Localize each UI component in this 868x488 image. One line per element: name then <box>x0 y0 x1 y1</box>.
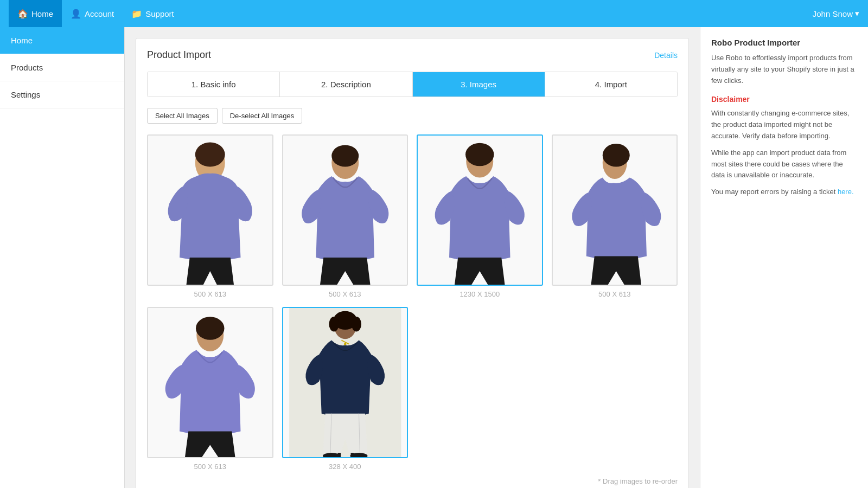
image-item-4[interactable]: 500 X 613 <box>552 134 678 298</box>
svg-point-18 <box>329 317 339 332</box>
right-panel-description: Use Robo to effortlessly import products… <box>711 53 857 86</box>
account-icon: 👤 <box>71 9 81 19</box>
disclaimer-text: With constantly changing e-commerce site… <box>711 108 857 198</box>
image-dim-3: 1230 X 1500 <box>459 290 500 298</box>
nav-support-label: Support <box>145 9 174 18</box>
details-link[interactable]: Details <box>654 51 678 60</box>
image-box-4 <box>552 134 678 286</box>
top-navigation: 🏠 Home 👤 Account 📁 Support John Snow ▾ <box>0 0 868 27</box>
image-item-1[interactable]: 500 X 613 <box>147 134 273 298</box>
main-content: Product Import Details 1. Basic info 2. … <box>125 27 700 488</box>
nav-home[interactable]: 🏠 Home <box>9 0 62 27</box>
image-dim-5: 500 X 613 <box>194 463 226 471</box>
svg-point-14 <box>196 317 225 340</box>
sidebar: Home Products Settings <box>0 27 125 488</box>
image-box-2 <box>282 134 409 286</box>
drag-hint: * Drag images to re-order <box>147 477 678 485</box>
tab-import[interactable]: 4. Import <box>545 72 677 97</box>
svg-point-19 <box>351 317 361 332</box>
card-header: Product Import Details <box>147 49 678 61</box>
image-grid: 500 X 613 <box>147 134 678 471</box>
home-icon: 🏠 <box>17 9 28 19</box>
image-box-1 <box>147 134 273 286</box>
image-dim-1: 500 X 613 <box>194 290 226 298</box>
svg-point-21 <box>343 343 346 345</box>
tab-bar: 1. Basic info 2. Description 3. Images 4… <box>147 72 678 97</box>
svg-rect-26 <box>337 453 341 457</box>
nav-account-label: Account <box>85 9 114 18</box>
user-name: John Snow <box>813 9 853 18</box>
image-box-5 <box>147 307 273 458</box>
disclaimer-text-2: While the app can import product data fr… <box>711 147 857 181</box>
disclaimer-title: Disclaimer <box>711 95 857 104</box>
image-item-6[interactable]: 328 X 400 <box>282 307 409 471</box>
svg-rect-27 <box>350 453 354 457</box>
tab-basic-info[interactable]: 1. Basic info <box>148 72 280 97</box>
card-title: Product Import <box>147 49 211 61</box>
svg-point-11 <box>602 144 629 167</box>
tab-images[interactable]: 3. Images <box>413 72 545 97</box>
image-item-5[interactable]: 500 X 613 <box>147 307 273 471</box>
sidebar-item-settings[interactable]: Settings <box>0 81 124 108</box>
sidebar-item-home[interactable]: Home <box>0 27 124 54</box>
image-dim-2: 500 X 613 <box>329 290 361 298</box>
image-item-2[interactable]: 500 X 613 <box>282 134 409 298</box>
svg-point-5 <box>331 145 359 167</box>
user-menu[interactable]: John Snow ▾ <box>813 9 859 18</box>
image-dim-6: 328 X 400 <box>329 463 361 471</box>
svg-point-8 <box>465 143 494 166</box>
right-panel: Robo Product Importer Use Robo to effort… <box>700 27 868 488</box>
page-body: Home Products Settings Product Import De… <box>0 27 868 488</box>
image-box-3 <box>417 134 543 286</box>
disclaimer-text-3: You may report errors by raising a ticke… <box>711 187 857 198</box>
svg-point-2 <box>195 143 225 167</box>
sidebar-item-products[interactable]: Products <box>0 54 124 81</box>
nav-account[interactable]: 👤 Account <box>62 0 123 27</box>
nav-home-label: Home <box>31 9 53 18</box>
image-box-6 <box>282 307 409 458</box>
right-panel-title: Robo Product Importer <box>711 38 857 47</box>
disclaimer-link[interactable]: here. <box>838 188 854 196</box>
disclaimer-text-1: With constantly changing e-commerce site… <box>711 108 857 142</box>
deselect-all-button[interactable]: De-select All Images <box>222 108 303 124</box>
select-all-button[interactable]: Select All Images <box>147 108 218 124</box>
action-buttons: Select All Images De-select All Images <box>147 108 678 124</box>
chevron-down-icon: ▾ <box>855 9 859 18</box>
nav-support[interactable]: 📁 Support <box>123 0 183 27</box>
tab-description[interactable]: 2. Description <box>280 72 412 97</box>
product-import-card: Product Import Details 1. Basic info 2. … <box>136 38 689 488</box>
image-item-3[interactable]: 1230 X 1500 <box>417 134 543 298</box>
image-dim-4: 500 X 613 <box>598 290 630 298</box>
disclaimer-text-3-prefix: You may report errors by raising a ticke… <box>711 188 838 196</box>
support-icon: 📁 <box>131 9 142 19</box>
